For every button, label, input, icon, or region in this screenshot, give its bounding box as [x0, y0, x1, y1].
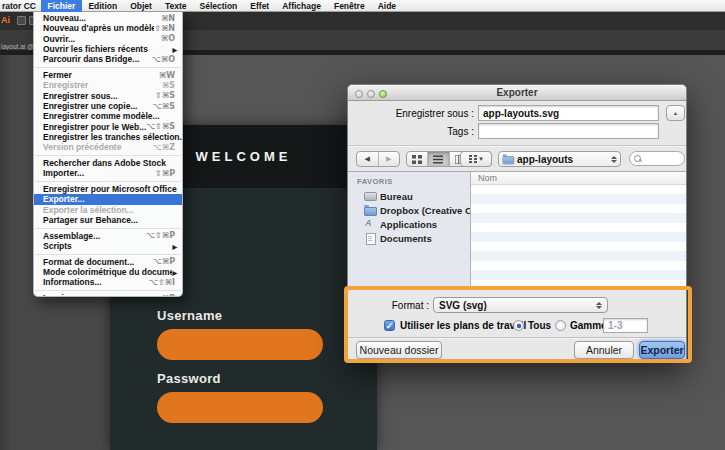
menu-item-parcourir-dans-bridge[interactable]: Parcourir dans Bridge...⌥⌘O — [34, 54, 182, 64]
menu-item-shortcut: ⌥⌘Z — [153, 143, 175, 152]
menu-item-rechercher-dans-adobe-stock[interactable]: Rechercher dans Adobe Stock — [34, 158, 182, 168]
menu-fenetre[interactable]: Fenêtre — [327, 0, 371, 12]
file-list: Nom — [471, 172, 686, 286]
menu-fichier[interactable]: Fichier — [41, 0, 82, 12]
menu-item-shortcut: ⌥⇧⌘S — [146, 122, 175, 131]
app-menu-partial[interactable]: rator CC — [0, 1, 41, 11]
menu-item-imprimer[interactable]: Imprimer...⌘P — [34, 293, 182, 297]
menu-item-shortcut: ⌘W — [159, 71, 175, 80]
password-label: Password — [157, 371, 221, 386]
radio-all[interactable] — [513, 320, 524, 331]
menu-item-label: Nouveau... — [43, 13, 161, 23]
folder-dropdown[interactable]: app-layouts — [498, 151, 621, 167]
menu-item-nouveau[interactable]: Nouveau...⌘N — [34, 13, 182, 23]
menu-item-enregistrer-une-copie[interactable]: Enregistrer une copie...⌥⌘S — [34, 101, 182, 111]
favorites-header: FAVORIS — [348, 175, 470, 189]
menu-item-fermer[interactable]: Fermer⌘W — [34, 70, 182, 80]
radio-range[interactable] — [555, 320, 566, 331]
menu-item-label: Enregistrer pour le Web... — [43, 122, 146, 132]
folder-icon — [364, 205, 375, 215]
menu-item-ouvrir-les-fichiers-re-cents[interactable]: Ouvrir les fichiers récents▶ — [34, 44, 182, 54]
menu-aide[interactable]: Aide — [371, 0, 402, 12]
menu-item-shortcut: ⌘O — [161, 34, 175, 43]
menu-selection[interactable]: Sélection — [193, 0, 244, 12]
save-as-label: Enregistrer sous : — [348, 108, 474, 119]
expand-dialog-button[interactable]: ▲ — [666, 105, 685, 121]
menu-item-nouveau-d-apre-s-un-mode-le[interactable]: Nouveau d'après un modèle...⇧⌘N — [34, 23, 182, 33]
list-view-button[interactable] — [428, 152, 449, 166]
export-button[interactable]: Exporter — [639, 341, 685, 359]
favorites-item-dropbox-creative-cl[interactable]: Dropbox (Creative Cl... — [348, 203, 470, 217]
menu-item-label: Ouvrir... — [43, 34, 161, 44]
menu-item-exporter[interactable]: Exporter... — [34, 194, 182, 204]
favorites-item-applications[interactable]: Applications — [348, 217, 470, 231]
menu-separator — [34, 64, 182, 70]
menu-objet[interactable]: Objet — [124, 0, 159, 12]
arrange-icon — [469, 155, 477, 163]
menu-item-shortcut: ⌘N — [161, 14, 175, 23]
menu-effet[interactable]: Effet — [244, 0, 276, 12]
menu-item-informations[interactable]: Informations...⌥⇧⌘I — [34, 277, 182, 287]
menu-item-partager-sur-behance[interactable]: Partager sur Behance... — [34, 215, 182, 225]
back-button[interactable]: ◀ — [357, 152, 379, 166]
arrange-menu-button[interactable]: ▾ — [461, 152, 491, 166]
search-icon — [634, 155, 641, 162]
forward-button[interactable]: ▶ — [379, 152, 400, 166]
search-input[interactable] — [629, 151, 685, 166]
menu-item-enregistrer: Enregistrer⌘S — [34, 80, 182, 90]
menu-item-enregistrer-comme-mode-le[interactable]: Enregistrer comme modèle... — [34, 111, 182, 121]
forward-icon: ▶ — [386, 155, 391, 163]
favorites-item-bureau[interactable]: Bureau — [348, 189, 470, 203]
menu-item-label: Rechercher dans Adobe Stock — [43, 158, 182, 168]
menu-affichage[interactable]: Affichage — [276, 0, 328, 12]
menu-item-importer[interactable]: Importer...⇧⌘P — [34, 168, 182, 178]
menu-item-shortcut: ⌘S — [162, 81, 175, 90]
menu-item-shortcut: ⌥⇧⌘I — [149, 278, 175, 287]
use-artboards-checkbox[interactable]: ✓ — [384, 320, 395, 331]
document-tab[interactable]: layout.ai @ 50 — [1, 43, 33, 50]
format-dropdown-value: SVG (svg) — [439, 300, 487, 311]
menu-edition[interactable]: Edition — [82, 0, 124, 12]
menu-item-enregistrer-pour-le-web[interactable]: Enregistrer pour le Web...⌥⇧⌘S — [34, 121, 182, 131]
menu-item-enregistrer-pour-microsoft-office[interactable]: Enregistrer pour Microsoft Office — [34, 184, 182, 194]
menu-item-label: Enregistrer sous... — [43, 91, 155, 101]
menu-item-label: Scripts — [43, 241, 172, 251]
new-folder-button[interactable]: Nouveau dossier — [356, 341, 442, 359]
menu-item-exporter-la-se-lection: Exporter la sélection... — [34, 205, 182, 215]
file-list-rows[interactable] — [471, 185, 686, 286]
file-browser: FAVORIS BureauDropbox (Creative Cl...App… — [348, 171, 686, 286]
menu-separator — [34, 251, 182, 257]
menu-item-label: Assemblage... — [43, 231, 146, 241]
menu-bar: rator CC FichierEditionObjetTexteSélecti… — [0, 0, 725, 12]
dropdown-stepper-icon — [608, 156, 617, 163]
filename-input[interactable]: app-layouts.svg — [478, 105, 659, 121]
export-dialog: Exporter Enregistrer sous : app-layouts.… — [347, 84, 687, 362]
menu-item-enregistrer-sous[interactable]: Enregistrer sous...⇧⌘S — [34, 91, 182, 101]
dialog-title: Exporter — [348, 87, 686, 98]
format-stepper-icon — [593, 302, 602, 309]
range-input[interactable]: 1-3 — [603, 318, 648, 333]
menu-texte[interactable]: Texte — [158, 0, 193, 12]
bridge-icon[interactable] — [17, 16, 26, 25]
tags-input[interactable] — [478, 123, 659, 139]
list-view-icon — [433, 155, 443, 164]
menu-item-ouvrir[interactable]: Ouvrir...⌘O — [34, 34, 182, 44]
dialog-titlebar[interactable]: Exporter — [348, 85, 686, 101]
format-dropdown[interactable]: SVG (svg) — [433, 297, 608, 313]
favorites-item-label: Applications — [380, 219, 437, 230]
menu-item-label: Partager sur Behance... — [43, 215, 182, 225]
menu-item-mode-colorime-trique-du-document[interactable]: Mode colorimétrique du document▶ — [34, 267, 182, 277]
menu-item-enregistrer-les-tranches-se-lection[interactable]: Enregistrer les tranches sélection... — [34, 132, 182, 142]
favorites-item-documents[interactable]: Documents — [348, 231, 470, 245]
file-list-name-header[interactable]: Nom — [471, 172, 686, 185]
username-field-shape — [157, 329, 323, 360]
menu-item-assemblage[interactable]: Assemblage...⌥⇧⌘P — [34, 231, 182, 241]
nav-buttons: ◀ ▶ — [356, 151, 400, 167]
menu-item-format-de-document[interactable]: Format de document...⌥⌘P — [34, 257, 182, 267]
menu-item-scripts[interactable]: Scripts▶ — [34, 241, 182, 251]
icon-view-button[interactable] — [407, 152, 428, 166]
submenu-arrow-icon: ▶ — [172, 243, 177, 250]
file-menu-panel: Nouveau...⌘NNouveau d'après un modèle...… — [33, 12, 183, 297]
menu-item-label: Version précédente — [43, 142, 153, 152]
cancel-button[interactable]: Annuler — [574, 341, 634, 359]
